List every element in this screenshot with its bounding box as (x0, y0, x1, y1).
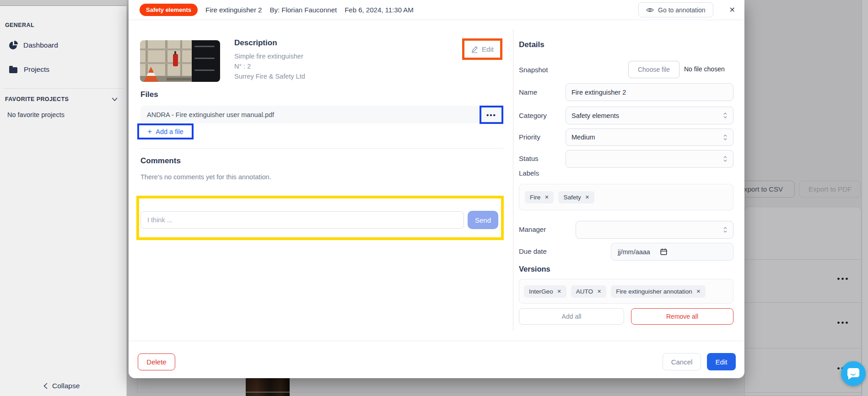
status-select[interactable] (566, 150, 733, 168)
edit-label: Edit (482, 45, 494, 53)
thumbnail-barrels (192, 40, 220, 82)
description-edit-button[interactable]: Edit (464, 41, 500, 58)
chevron-down-icon[interactable] (112, 97, 118, 102)
comments-heading: Comments (140, 156, 181, 166)
background-table-edge (137, 378, 138, 396)
sidebar-section-general: GENERAL (5, 22, 34, 28)
highlight-annotation-orange: Edit (462, 38, 502, 60)
priority-label: Priority (519, 133, 540, 141)
chip-remove-icon[interactable]: ✕ (585, 194, 589, 200)
annotation-thumbnail[interactable] (140, 40, 220, 82)
choose-file-button[interactable]: Choose file (628, 61, 679, 78)
chip-text: AUTO (576, 288, 593, 295)
due-date-input[interactable]: jj/mm/aaaa (611, 243, 733, 261)
chip-text: Fire (530, 194, 540, 201)
name-label: Name (519, 88, 537, 96)
chat-icon (847, 368, 859, 377)
highlight-annotation-blue: ••• (480, 106, 503, 124)
remove-all-button[interactable]: Remove all (631, 308, 733, 325)
calendar-icon[interactable] (660, 248, 667, 255)
label-chip: Safety ✕ (558, 191, 594, 203)
versions-heading: Versions (519, 265, 550, 273)
chip-remove-icon[interactable]: ✕ (545, 194, 549, 200)
table-row-divider (745, 392, 861, 393)
delete-button[interactable]: Delete (138, 353, 175, 370)
dashboard-pie-icon (9, 42, 17, 49)
highlight-annotation-blue: + Add a file (137, 123, 194, 139)
version-chip: InterGeo ✕ (524, 285, 566, 298)
add-file-button[interactable]: + Add a file (147, 127, 183, 136)
section-divider (140, 148, 503, 149)
priority-select[interactable]: Medium (566, 128, 733, 146)
description-line: N° : 2 (234, 63, 251, 70)
background-row-photo (246, 378, 290, 396)
table-row-divider (745, 348, 861, 348)
select-stepper-icon (723, 134, 728, 141)
send-comment-button[interactable]: Send (468, 211, 498, 229)
comment-input[interactable] (140, 211, 464, 229)
pencil-icon (471, 46, 478, 53)
select-stepper-icon (723, 155, 728, 162)
name-input[interactable] (566, 83, 733, 101)
edit-button[interactable]: Edit (707, 353, 736, 370)
manager-select[interactable] (576, 221, 733, 239)
due-date-label: Due date (519, 247, 547, 255)
chip-remove-icon[interactable]: ✕ (696, 289, 701, 294)
comments-empty-text: There's no comments yet for this annotat… (140, 173, 271, 181)
description-heading: Description (234, 38, 277, 48)
chip-text: Safety (563, 194, 581, 201)
files-heading: Files (140, 90, 158, 99)
export-pdf-button[interactable]: Export to PDF (799, 181, 861, 198)
chevron-left-icon (43, 383, 48, 389)
sidebar-divider (4, 88, 124, 89)
category-badge: Safety elements (140, 4, 198, 16)
details-heading: Details (519, 40, 545, 49)
sidebar: GENERAL Dashboard Projects FAVORITE PROJ… (0, 6, 127, 396)
cancel-button[interactable]: Cancel (663, 353, 701, 370)
table-row-divider (745, 302, 861, 303)
folder-icon (9, 67, 17, 73)
no-file-chosen-text: No file chosen (684, 65, 725, 73)
annotation-title: Fire extinguisher 2 (205, 6, 262, 14)
row-menu-button[interactable]: ••• (833, 274, 854, 284)
chip-remove-icon[interactable]: ✕ (557, 289, 561, 294)
collapse-button[interactable]: Collapse (43, 382, 80, 390)
status-label: Status (519, 155, 539, 162)
modal-header: Safety elements Fire extinguisher 2 By: … (129, 0, 744, 20)
column-divider (513, 29, 513, 331)
description-line: Surrey Fire & Safety Ltd (234, 73, 305, 80)
chat-bubble-button[interactable] (841, 361, 866, 386)
version-chip: Fire extinguisher annotation ✕ (611, 285, 706, 298)
file-menu-button[interactable]: ••• (486, 111, 496, 119)
go-to-annotation-label: Go to annotation (658, 6, 706, 14)
background-top-bar (0, 0, 127, 6)
go-to-annotation-button[interactable]: Go to annotation (638, 2, 713, 17)
sidebar-item-dashboard[interactable]: Dashboard (9, 41, 58, 49)
description-line: Simple fire extinguisher (234, 53, 303, 60)
background-row-divider (137, 392, 744, 392)
thumbnail-fire-extinguisher (173, 54, 178, 66)
sidebar-section-favorites: FAVORITE PROJECTS (5, 96, 69, 102)
manager-label: Manager (519, 225, 546, 233)
select-stepper-icon (723, 112, 728, 119)
sidebar-item-label: Projects (24, 65, 49, 74)
annotation-date: Feb 6, 2024, 11:30 AM (345, 6, 414, 14)
versions-container: InterGeo ✕ AUTO ✕ Fire extinguisher anno… (519, 279, 733, 304)
labels-container: Fire ✕ Safety ✕ (519, 184, 733, 210)
chip-text: Fire extinguisher annotation (616, 288, 692, 295)
labels-label: Labels (519, 169, 539, 177)
category-select[interactable]: Safety elements (566, 107, 733, 124)
add-all-button[interactable]: Add all (519, 308, 624, 325)
table-row-divider (745, 259, 861, 260)
sidebar-item-projects[interactable]: Projects (9, 65, 49, 74)
file-name: ANDRA - Fire extinguisher user manual.pd… (147, 111, 274, 118)
background-right-edge (862, 0, 868, 396)
row-menu-button[interactable]: ••• (833, 318, 854, 327)
file-list-item[interactable]: ANDRA - Fire extinguisher user manual.pd… (140, 106, 503, 123)
priority-value: Medium (571, 134, 595, 141)
due-date-placeholder: jj/mm/aaaa (618, 248, 650, 256)
close-icon[interactable]: ✕ (729, 5, 735, 14)
footer-divider (129, 341, 744, 341)
chip-remove-icon[interactable]: ✕ (597, 289, 601, 294)
chip-text: InterGeo (529, 288, 553, 295)
